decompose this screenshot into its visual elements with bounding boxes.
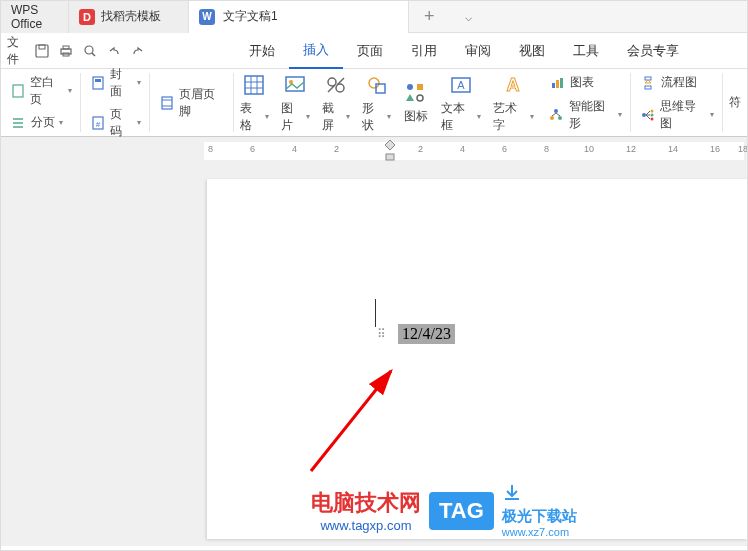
shape-label: 形状 [362,100,385,134]
menu-tools[interactable]: 工具 [559,34,613,68]
break-page-button[interactable]: 分页▾ [9,114,72,132]
file-menu[interactable]: 文件 [7,40,29,62]
menu-items: 开始 插入 页面 引用 审阅 视图 工具 会员专享 [235,33,693,69]
blank-page-icon [9,82,26,100]
smartart-button[interactable]: 智能图形▾ [548,98,623,132]
wm-dl-icon [502,483,577,507]
document-tab[interactable]: W 文字文稿1 [189,1,409,33]
watermark-title: 电脑技术网 [311,488,421,518]
undo-icon[interactable] [103,40,125,62]
chevron-down-icon: ▾ [346,112,350,121]
menu-review[interactable]: 审阅 [451,34,505,68]
watermark-url: www.tagxp.com [320,518,411,533]
header-footer-label: 页眉页脚 [179,86,225,120]
date-field[interactable]: ⠿ 12/4/23 [377,324,455,344]
svg-text:#: # [96,120,101,129]
chevron-down-icon: ▾ [387,112,391,121]
smartart-label: 智能图形 [569,98,615,132]
svg-line-43 [552,113,556,116]
ribbon-group-header: 页眉页脚 [150,73,234,132]
new-tab-button[interactable]: + [409,6,450,27]
symbol-label: 符 [729,94,741,111]
svg-point-47 [642,113,646,117]
svg-rect-15 [162,97,172,109]
text-cursor [375,299,376,327]
print-icon[interactable] [55,40,77,62]
cover-icon [89,74,106,92]
svg-rect-39 [560,78,563,88]
svg-rect-18 [245,76,263,94]
ribbon-group-cover: 封面▾ # 页码▾ [81,73,150,132]
svg-point-48 [650,109,653,112]
menu-page[interactable]: 页面 [343,34,397,68]
chevron-down-icon: ▾ [265,112,269,121]
header-footer-button[interactable]: 页眉页脚 [158,86,225,120]
screenshot-label: 截屏 [322,100,345,134]
screenshot-icon [323,72,349,98]
menu-reference[interactable]: 引用 [397,34,451,68]
smartart-icon [548,106,565,124]
svg-rect-38 [556,80,559,88]
quick-access: 文件 [1,40,155,62]
chevron-down-icon: ▾ [710,110,714,119]
picture-button[interactable]: 图片▾ [275,70,316,136]
title-bar: WPS Office D 找稻壳模板 W 文字文稿1 + ⌵ [1,1,747,33]
save-icon[interactable] [31,40,53,62]
screenshot-button[interactable]: 截屏▾ [316,70,357,136]
svg-text:A: A [507,75,520,95]
chevron-down-icon: ▾ [530,112,534,121]
picture-label: 图片 [281,100,304,134]
plus-icon: + [424,6,435,26]
menu-view[interactable]: 视图 [505,34,559,68]
wordart-icon: A [500,72,526,98]
icon-button[interactable]: 图标 [397,78,435,127]
break-page-label: 分页 [31,114,55,131]
table-label: 表格 [240,100,263,134]
chart-label: 图表 [570,74,594,91]
watermark-dl-url: www.xz7.com [502,526,577,538]
svg-rect-37 [552,83,555,88]
menu-start[interactable]: 开始 [235,34,289,68]
flowchart-button[interactable]: 流程图 [639,74,714,92]
app-tab[interactable]: WPS Office [1,1,69,33]
mindmap-button[interactable]: 思维导图▾ [639,98,714,132]
ribbon-group-chart: 图表 智能图形▾ [540,73,632,132]
cover-label: 封面 [110,66,133,100]
drag-handle-icon[interactable]: ⠿ [377,327,384,341]
svg-point-42 [558,116,562,120]
tab-dropdown[interactable]: ⌵ [450,10,487,24]
chart-icon [548,74,566,92]
watermark-dl-title: 极光下载站 [502,507,577,526]
flowchart-label: 流程图 [661,74,697,91]
blank-page-label: 空白页 [30,74,64,108]
svg-line-51 [646,111,650,115]
preview-icon[interactable] [79,40,101,62]
svg-line-53 [646,115,650,119]
table-button[interactable]: 表格▾ [234,70,275,136]
template-tab[interactable]: D 找稻壳模板 [69,1,189,33]
shape-icon [364,72,390,98]
svg-point-29 [369,78,379,88]
page-num-button[interactable]: # 页码▾ [89,106,141,140]
shape-button[interactable]: 形状▾ [356,70,397,136]
textbox-icon: A [448,72,474,98]
menu-member[interactable]: 会员专享 [613,34,693,68]
menu-insert[interactable]: 插入 [289,33,343,69]
svg-text:A: A [458,79,466,91]
wordart-button[interactable]: A 艺术字▾ [487,70,539,136]
page-num-label: 页码 [110,106,133,140]
picture-icon [282,72,308,98]
break-page-icon [9,114,27,132]
redo-icon[interactable] [127,40,149,62]
cover-button[interactable]: 封面▾ [89,66,141,100]
watermark-tag: TAG [429,492,494,530]
symbol-button[interactable]: 符 [723,92,747,113]
chevron-down-icon: ▾ [618,110,622,119]
indent-marker[interactable] [384,140,396,164]
date-text[interactable]: 12/4/23 [398,324,455,344]
blank-page-button[interactable]: 空白页▾ [9,74,72,108]
horizontal-ruler[interactable]: 8 6 4 2 2 4 6 8 10 12 14 16 18 [204,142,744,160]
icon-label: 图标 [404,108,428,125]
textbox-button[interactable]: A 文本框▾ [435,70,487,136]
chart-button[interactable]: 图表 [548,74,623,92]
